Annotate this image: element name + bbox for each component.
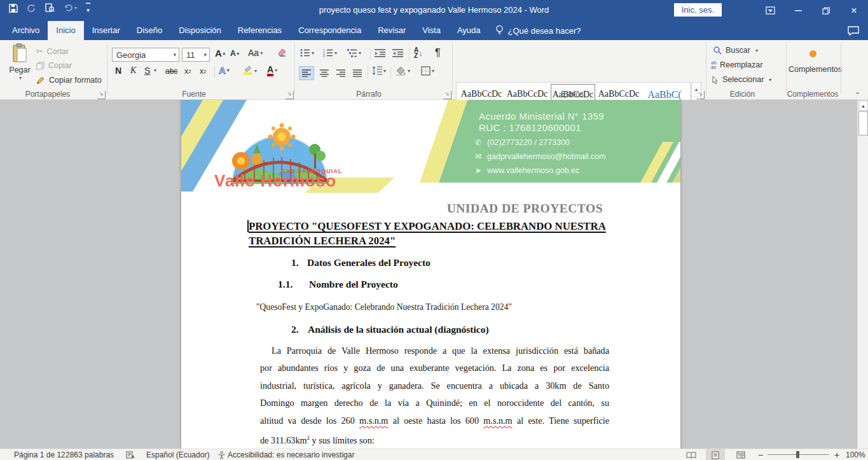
shrink-font-button[interactable]: A▼ xyxy=(230,49,240,58)
doc-title: PROYECTO "QUESOFEST Y EXPOGANADO: CELEBR… xyxy=(249,220,630,248)
clipboard-icon xyxy=(11,43,28,64)
bullets-button[interactable]: ▾ xyxy=(300,48,314,57)
multilevel-list-button[interactable]: ▾ xyxy=(347,48,361,57)
close-button[interactable]: × xyxy=(840,0,868,21)
accessibility-icon[interactable] xyxy=(217,451,226,460)
web-layout-button[interactable] xyxy=(731,449,750,460)
font-color-letter: A xyxy=(267,64,273,76)
group-separator xyxy=(452,43,453,95)
document-page[interactable]: GAD PARROQUIAL Valle Hermoso Acuerdo Min… xyxy=(181,100,680,449)
group-separator xyxy=(786,43,787,95)
sort-button[interactable]: AZ↓ xyxy=(414,47,423,59)
shading-button[interactable]: ▾ xyxy=(396,66,410,76)
strikethrough-button[interactable]: abc xyxy=(165,67,177,76)
tab-vista[interactable]: Vista xyxy=(414,21,449,40)
clear-formatting-button[interactable] xyxy=(275,47,286,57)
align-center-button[interactable] xyxy=(317,66,332,80)
proofing-icon[interactable] xyxy=(126,451,135,460)
superscript-button[interactable]: x2 xyxy=(200,67,206,76)
replace-button[interactable]: abac Reemplazar xyxy=(711,60,762,69)
cursor-arrow-icon xyxy=(712,76,719,84)
paste-button[interactable]: Pegar ▾ xyxy=(6,43,33,81)
small-separator xyxy=(390,66,391,79)
numbering-button[interactable]: 123▾ xyxy=(323,48,337,57)
scrollbar-thumb[interactable] xyxy=(858,111,868,136)
bold-button[interactable]: N xyxy=(115,66,121,76)
tab-insertar[interactable]: Insertar xyxy=(84,21,128,40)
paragraph-dialog-launcher[interactable]: ↘ xyxy=(443,91,451,99)
para-line: por abundantes ríos y goza de una exuber… xyxy=(260,359,609,377)
group-separator xyxy=(706,43,706,95)
select-button[interactable]: Seleccionar▾ xyxy=(712,75,771,84)
tab-diseno[interactable]: Diseño xyxy=(128,21,170,40)
font-size-combo[interactable]: 11▾ xyxy=(182,48,210,62)
clipboard-dialog-launcher[interactable]: ↘ xyxy=(97,91,106,99)
ribbon-display-options-icon[interactable] xyxy=(756,0,784,21)
zoom-slider-thumb[interactable] xyxy=(796,451,799,458)
show-marks-button[interactable]: ¶ xyxy=(435,47,441,59)
comments-icon[interactable] xyxy=(848,21,868,40)
zoom-in-button[interactable]: + xyxy=(834,450,839,460)
vertical-scrollbar[interactable]: ▲ xyxy=(857,100,868,449)
change-case-button[interactable]: Aa▾ xyxy=(248,48,263,58)
tab-disposicion[interactable]: Disposición xyxy=(170,21,229,40)
subscript-button[interactable]: x2 xyxy=(184,67,191,76)
tab-inicio[interactable]: Inicio xyxy=(48,21,83,40)
underline-button[interactable]: S xyxy=(144,66,150,76)
tab-correspondencia[interactable]: Correspondencia xyxy=(290,21,369,40)
line-spacing-button[interactable]: ▾ xyxy=(372,66,386,75)
decrease-indent-button[interactable] xyxy=(375,48,385,57)
find-button[interactable]: Buscar▾ xyxy=(713,46,758,55)
banner-phone-row: ✆(02)2773220 / 2773300 xyxy=(475,138,570,147)
minimize-button[interactable] xyxy=(784,0,812,21)
justify-button[interactable] xyxy=(350,66,365,80)
font-color-button[interactable]: A▾ xyxy=(267,64,277,76)
highlight-button[interactable]: ▾ xyxy=(243,65,257,77)
styles-dialog-launcher[interactable]: ↘ xyxy=(696,91,705,99)
accessibility-status[interactable]: Accesibilidad: es necesario investigar xyxy=(228,450,354,459)
banner-web-row: ➤www.vallehermoso.gob.ec xyxy=(475,166,579,175)
addins-button[interactable]: Complementos xyxy=(789,48,837,74)
collapse-ribbon-button[interactable]: ⌃ xyxy=(855,91,860,99)
format-painter-button[interactable]: Copiar formato xyxy=(36,76,102,85)
text-effects-button[interactable]: A▾ xyxy=(219,65,230,76)
restore-button[interactable] xyxy=(812,0,840,21)
cut-button[interactable]: ✂Cortar xyxy=(36,46,69,56)
spellcheck-word: m.s.n.m xyxy=(359,415,388,426)
brush-icon xyxy=(36,76,45,85)
language-indicator[interactable]: Español (Ecuador) xyxy=(146,450,209,459)
tab-revisar[interactable]: Revisar xyxy=(369,21,414,40)
group-label-font: Fuente xyxy=(159,90,229,99)
font-name-value: Georgia xyxy=(116,50,146,60)
page-indicator[interactable]: Página 1 de 12 xyxy=(14,450,65,459)
read-mode-button[interactable] xyxy=(682,449,701,460)
copy-button[interactable]: Copiar xyxy=(36,61,72,70)
align-right-button[interactable] xyxy=(333,66,348,80)
group-separator xyxy=(294,43,295,95)
sign-in-button[interactable]: Inic. ses. xyxy=(674,3,722,17)
align-left-button[interactable] xyxy=(299,66,314,80)
italic-button[interactable]: K xyxy=(130,66,136,76)
banner-web: www.vallehermoso.gob.ec xyxy=(487,166,579,175)
para-line: industrial, turística, agrícola y ganade… xyxy=(260,377,609,394)
borders-button[interactable]: ▾ xyxy=(421,66,434,76)
tell-me-box[interactable]: ¿Qué desea hacer? xyxy=(489,21,588,40)
increase-indent-button[interactable] xyxy=(392,48,403,57)
cursor-icon: ➤ xyxy=(475,166,481,175)
zoom-level[interactable]: 100% xyxy=(846,450,865,459)
print-layout-button[interactable] xyxy=(706,449,725,460)
tab-archivo[interactable]: Archivo xyxy=(4,21,48,40)
grow-font-button[interactable]: A▲ xyxy=(215,48,226,59)
tab-referencias[interactable]: Referencias xyxy=(230,21,290,40)
scroll-up-button[interactable]: ▲ xyxy=(858,101,868,111)
zoom-out-button[interactable]: − xyxy=(758,450,763,460)
heading11-number: 1.1. xyxy=(278,279,293,290)
tab-ayuda[interactable]: Ayuda xyxy=(449,21,489,40)
font-size-value: 11 xyxy=(186,50,195,60)
font-name-combo[interactable]: Georgia▾ xyxy=(112,48,179,62)
underline-dropdown[interactable]: ▾ xyxy=(153,67,156,73)
small-separator xyxy=(370,48,371,60)
font-dialog-launcher[interactable]: ↘ xyxy=(286,91,294,99)
group-separator xyxy=(107,43,107,95)
word-count[interactable]: 2863 palabras xyxy=(65,450,114,459)
